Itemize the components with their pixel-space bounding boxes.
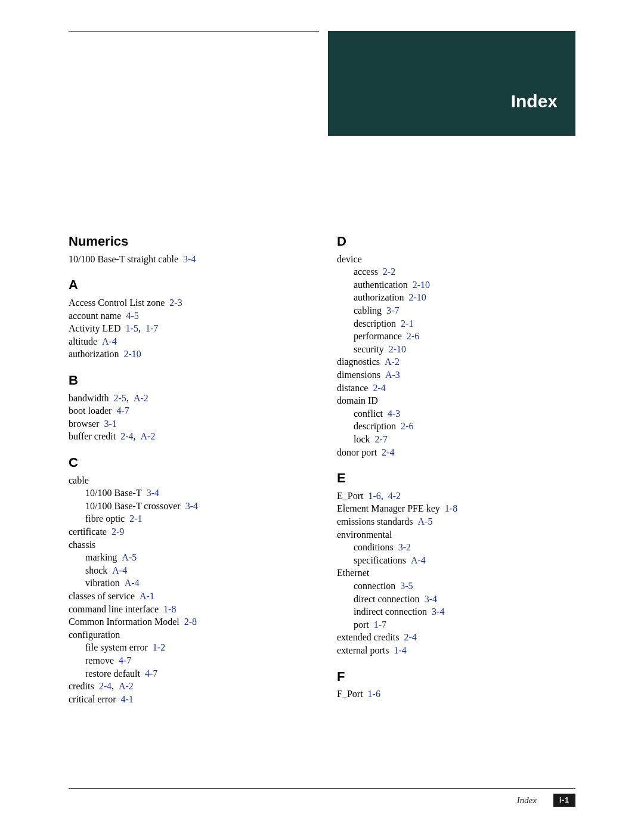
index-subentry: description2-1 bbox=[337, 317, 575, 330]
index-entry: bandwidth2-5,A-2 bbox=[69, 392, 307, 405]
page-ref[interactable]: 2-8 bbox=[184, 617, 197, 627]
index-subentry: markingA-5 bbox=[69, 551, 307, 564]
index-subentry: vibrationA-4 bbox=[69, 577, 307, 590]
index-subentry: shockA-4 bbox=[69, 564, 307, 577]
index-term: specifications bbox=[354, 555, 406, 565]
top-rule-left bbox=[69, 31, 319, 32]
page-ref[interactable]: 2-4 bbox=[120, 431, 133, 441]
section-heading-f: F bbox=[337, 668, 575, 686]
index-entry: classes of serviceA-1 bbox=[69, 590, 307, 603]
page-ref[interactable]: 1-6 bbox=[368, 689, 380, 699]
page-ref[interactable]: 1-2 bbox=[153, 642, 165, 652]
page-ref[interactable]: A-2 bbox=[385, 357, 400, 367]
page-ref[interactable]: 1-8 bbox=[163, 604, 176, 614]
index-term: 10/100 Base-T straight cable bbox=[69, 254, 178, 264]
index-subentry: direct connection3-4 bbox=[337, 593, 575, 606]
footer-title: Index bbox=[517, 795, 537, 806]
index-entry: emissions standardsA-5 bbox=[337, 515, 575, 528]
page-ref[interactable]: 3-2 bbox=[398, 542, 411, 552]
index-subentry: file system error1-2 bbox=[69, 641, 307, 654]
index-term: browser bbox=[69, 419, 100, 429]
index-term: certificate bbox=[69, 527, 107, 537]
index-entry: Access Control List zone2-3 bbox=[69, 296, 307, 309]
section-heading-numerics: Numerics bbox=[69, 233, 307, 250]
page-ref[interactable]: A-4 bbox=[125, 578, 140, 588]
index-entry: F_Port1-6 bbox=[337, 688, 575, 701]
page-ref[interactable]: 3-7 bbox=[386, 305, 399, 315]
page-ref[interactable]: 2-1 bbox=[129, 513, 142, 524]
page-ref[interactable]: 4-1 bbox=[121, 694, 134, 704]
page-ref[interactable]: 2-7 bbox=[375, 434, 388, 444]
index-term: critical error bbox=[69, 694, 116, 704]
index-entry: cable bbox=[69, 474, 307, 487]
page-ref[interactable]: A-5 bbox=[418, 516, 433, 527]
page-ref[interactable]: A-4 bbox=[411, 555, 426, 565]
index-term: access bbox=[354, 267, 378, 277]
page-ref[interactable]: 3-4 bbox=[185, 501, 198, 511]
page-ref[interactable]: 1-7 bbox=[374, 620, 386, 630]
page-ref[interactable]: 2-4 bbox=[382, 447, 394, 457]
page-ref[interactable]: 3-4 bbox=[432, 606, 444, 617]
page-ref[interactable]: 4-5 bbox=[126, 311, 138, 321]
page-ref[interactable]: A-5 bbox=[122, 552, 137, 562]
page-ref[interactable]: 2-10 bbox=[413, 280, 430, 290]
page-ref[interactable]: 1-5 bbox=[126, 323, 138, 333]
page-ref[interactable]: 4-7 bbox=[145, 668, 157, 679]
section-heading-a: A bbox=[69, 276, 307, 294]
page-ref[interactable]: 2-10 bbox=[123, 349, 141, 359]
page-ref[interactable]: 3-4 bbox=[425, 594, 437, 604]
index-subentry: connection3-5 bbox=[337, 580, 575, 593]
page-ref[interactable]: A-2 bbox=[119, 681, 134, 691]
page-title: Index bbox=[511, 91, 558, 112]
index-term: Element Manager PFE key bbox=[337, 503, 440, 513]
page-ref[interactable]: 2-2 bbox=[383, 267, 395, 277]
page-ref[interactable]: 2-6 bbox=[407, 331, 419, 341]
ref-separator: , bbox=[134, 431, 136, 441]
index-subentry: conflict4-3 bbox=[337, 407, 575, 420]
page-ref[interactable]: 1-8 bbox=[445, 503, 457, 513]
page-ref[interactable]: 2-9 bbox=[112, 527, 124, 537]
page-ref[interactable]: 2-10 bbox=[408, 292, 426, 302]
index-entry: extended credits2-4 bbox=[337, 631, 575, 644]
index-entry: Element Manager PFE key1-8 bbox=[337, 502, 575, 515]
page-ref[interactable]: A-4 bbox=[102, 336, 117, 346]
index-entry: Activity LED1-5,1-7 bbox=[69, 322, 307, 335]
page-ref[interactable]: 1-7 bbox=[145, 323, 158, 333]
index-entry: device bbox=[337, 253, 575, 266]
page-ref[interactable]: 4-7 bbox=[119, 655, 131, 665]
section-heading-b: B bbox=[69, 371, 307, 389]
page-ref[interactable]: 2-3 bbox=[169, 298, 182, 308]
page-ref[interactable]: 2-1 bbox=[401, 318, 413, 329]
page-ref[interactable]: 2-5 bbox=[114, 393, 126, 403]
page-ref[interactable]: A-3 bbox=[385, 370, 400, 380]
index-term: cabling bbox=[354, 305, 382, 315]
page-ref[interactable]: 2-10 bbox=[389, 344, 406, 354]
page-ref[interactable]: 4-7 bbox=[116, 405, 129, 416]
page-ref[interactable]: A-1 bbox=[140, 591, 154, 601]
page-ref[interactable]: A-2 bbox=[141, 431, 156, 441]
index-term: account name bbox=[69, 311, 121, 321]
page-ref[interactable]: 3-5 bbox=[400, 581, 413, 591]
page-ref[interactable]: 4-2 bbox=[388, 491, 401, 501]
page-ref[interactable]: 3-4 bbox=[147, 488, 159, 498]
index-term: 10/100 Base-T bbox=[85, 488, 142, 498]
index-term: external ports bbox=[337, 645, 389, 655]
section-heading-d: D bbox=[337, 233, 575, 250]
page-ref[interactable]: A-2 bbox=[134, 393, 148, 403]
page-ref[interactable]: A-4 bbox=[112, 565, 127, 575]
index-entry: buffer credit2-4,A-2 bbox=[69, 430, 307, 443]
page-ref[interactable]: 4-3 bbox=[388, 408, 400, 419]
page-ref[interactable]: 2-4 bbox=[99, 681, 112, 691]
index-subentry: fibre optic2-1 bbox=[69, 512, 307, 525]
page-ref[interactable]: 1-6 bbox=[368, 491, 380, 501]
page-ref[interactable]: 2-4 bbox=[373, 383, 385, 393]
index-term: Ethernet bbox=[337, 568, 369, 578]
page-ref[interactable]: 3-4 bbox=[183, 254, 196, 264]
header-underline bbox=[328, 135, 575, 136]
page-ref[interactable]: 1-4 bbox=[394, 645, 407, 655]
page-ref[interactable]: 2-6 bbox=[401, 421, 413, 431]
page-ref[interactable]: 3-1 bbox=[104, 419, 117, 429]
page-ref[interactable]: 2-4 bbox=[404, 632, 416, 642]
index-subentry: indirect connection3-4 bbox=[337, 605, 575, 618]
index-term: direct connection bbox=[354, 594, 420, 604]
